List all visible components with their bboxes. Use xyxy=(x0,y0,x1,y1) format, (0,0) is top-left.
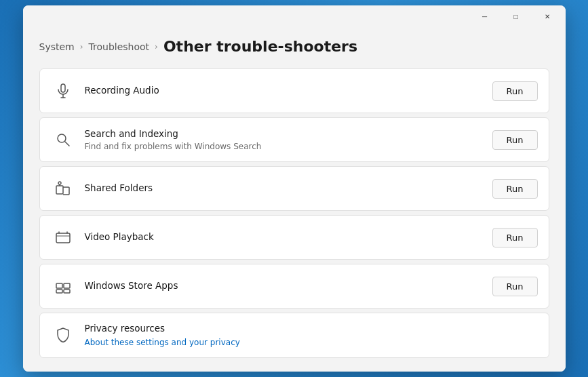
list-item: Search and Indexing Find and fix problem… xyxy=(39,117,549,162)
search-indexing-title: Search and Indexing xyxy=(85,128,492,140)
shared-folders-text: Shared Folders xyxy=(85,182,492,195)
recording-audio-title: Recording Audio xyxy=(85,85,492,97)
troubleshooters-list: Recording Audio Run Search and Indexing … xyxy=(39,68,549,362)
breadcrumb-sep-1: › xyxy=(80,42,83,52)
svg-point-6 xyxy=(58,182,61,184)
search-indexing-icon xyxy=(51,127,75,152)
breadcrumb-sep-2: › xyxy=(155,42,158,52)
search-indexing-run-button[interactable]: Run xyxy=(492,130,538,150)
svg-rect-14 xyxy=(56,290,62,293)
list-item: Windows Store Apps Run xyxy=(39,264,549,309)
shared-folders-icon xyxy=(51,176,75,201)
list-item: Video Playback Run xyxy=(39,215,549,260)
list-item: Shared Folders Run xyxy=(39,166,549,211)
privacy-title: Privacy resources xyxy=(85,323,538,335)
titlebar: ─ □ ✕ xyxy=(23,5,566,27)
maximize-button[interactable]: □ xyxy=(501,5,532,27)
svg-rect-13 xyxy=(64,283,70,288)
close-button[interactable]: ✕ xyxy=(532,5,563,27)
list-item: Recording Audio Run xyxy=(39,68,549,113)
windows-store-title: Windows Store Apps xyxy=(85,280,492,292)
search-indexing-subtitle: Find and fix problems with Windows Searc… xyxy=(85,142,492,151)
recording-audio-icon xyxy=(51,79,75,103)
svg-rect-5 xyxy=(56,186,63,194)
svg-line-4 xyxy=(65,142,69,146)
list-item: Privacy resources About these settings a… xyxy=(39,313,549,358)
svg-rect-12 xyxy=(56,283,62,288)
windows-store-run-button[interactable]: Run xyxy=(492,277,538,296)
shared-folders-title: Shared Folders xyxy=(85,182,492,195)
svg-rect-15 xyxy=(64,290,70,293)
svg-rect-8 xyxy=(56,233,70,243)
search-indexing-text: Search and Indexing Find and fix problem… xyxy=(85,128,492,151)
video-playback-text: Video Playback xyxy=(85,231,492,243)
recording-audio-text: Recording Audio xyxy=(85,85,492,97)
breadcrumb-current: Other trouble-shooters xyxy=(163,38,357,55)
minimize-button[interactable]: ─ xyxy=(469,5,501,27)
privacy-text: Privacy resources About these settings a… xyxy=(85,323,538,348)
video-playback-title: Video Playback xyxy=(85,231,492,243)
privacy-icon xyxy=(51,323,75,347)
breadcrumb-troubleshoot[interactable]: Troubleshoot xyxy=(89,41,150,52)
recording-audio-run-button[interactable]: Run xyxy=(492,81,538,101)
video-playback-run-button[interactable]: Run xyxy=(492,228,538,247)
shared-folders-run-button[interactable]: Run xyxy=(492,179,538,199)
windows-store-icon xyxy=(51,274,75,298)
windows-store-text: Windows Store Apps xyxy=(85,280,492,292)
svg-rect-0 xyxy=(61,84,65,92)
video-playback-icon xyxy=(51,225,75,250)
main-content: System › Troubleshoot › Other trouble-sh… xyxy=(23,27,566,372)
breadcrumb-system[interactable]: System xyxy=(39,41,75,52)
svg-point-3 xyxy=(58,134,66,142)
settings-window: ─ □ ✕ System › Troubleshoot › Other trou… xyxy=(23,5,566,372)
privacy-link[interactable]: About these settings and your privacy xyxy=(85,338,240,347)
breadcrumb: System › Troubleshoot › Other trouble-sh… xyxy=(39,27,549,68)
